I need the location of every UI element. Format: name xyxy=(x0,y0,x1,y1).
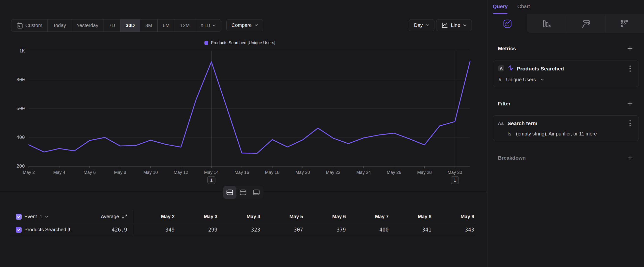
table-header-row: Event 1 Average May 2May 3May 4May 5May … xyxy=(10,210,475,223)
metric-options-button[interactable] xyxy=(627,65,633,72)
filter-card[interactable]: Aa Search term Is (empty string), Air pu… xyxy=(493,115,639,141)
compare-label: Compare xyxy=(232,23,252,28)
event-count: 1 xyxy=(40,214,42,219)
svg-text:May 4: May 4 xyxy=(53,170,65,175)
filter-value: (empty string), Air purifier, or 11 more xyxy=(516,131,597,137)
date-value-cell: 323 xyxy=(218,227,261,233)
metric-letter-badge: A xyxy=(498,65,504,71)
chevron-down-icon[interactable] xyxy=(45,216,48,218)
svg-text:May 20: May 20 xyxy=(296,170,310,175)
granularity-button[interactable]: Day xyxy=(409,19,434,31)
tab-query[interactable]: Query xyxy=(493,4,508,9)
series-row-label: Products Searched [Un... xyxy=(24,227,71,232)
query-sidebar: Query Chart xyxy=(488,0,644,267)
average-header-cell[interactable]: Average xyxy=(71,210,132,223)
date-column-header[interactable]: May 9 xyxy=(432,214,475,219)
chevron-down-icon xyxy=(254,24,258,26)
date-value-cell: 299 xyxy=(175,227,218,233)
aggregation-symbol: # xyxy=(498,77,501,83)
plus-icon xyxy=(627,101,633,106)
layout-chart-only-button[interactable] xyxy=(236,186,250,199)
chart-legend[interactable]: Products Searched [Unique Users] xyxy=(0,40,480,45)
event-cursor-icon xyxy=(507,65,514,72)
table-data-row: Products Searched [Un... 426.9 349299323… xyxy=(10,223,475,236)
plus-icon xyxy=(627,46,633,51)
tab-retention[interactable] xyxy=(605,14,644,33)
chevron-down-icon xyxy=(463,24,467,26)
series-line xyxy=(29,61,470,153)
range-today-button[interactable]: Today xyxy=(48,20,71,32)
metric-card[interactable]: A Products Searched # Unique Users xyxy=(493,61,639,87)
report-type-tabs xyxy=(488,14,644,33)
legend-swatch xyxy=(204,41,208,45)
event-header-cell: Event 1 xyxy=(10,214,71,220)
svg-text:1K: 1K xyxy=(19,48,25,54)
chevron-down-icon xyxy=(426,24,429,26)
chart-type-button[interactable]: Line xyxy=(436,19,472,31)
chevron-down-icon xyxy=(212,24,216,27)
range-30d-button[interactable]: 30D xyxy=(120,20,140,32)
chart-type-label: Line xyxy=(451,23,460,28)
date-column-header[interactable]: May 4 xyxy=(218,214,261,219)
svg-text:May 8: May 8 xyxy=(114,170,126,175)
add-breakdown-button[interactable] xyxy=(627,155,633,161)
filter-operator: Is xyxy=(508,131,512,137)
range-custom-button[interactable]: Custom xyxy=(11,20,48,32)
range-xtd-button[interactable]: XTD xyxy=(195,20,221,32)
date-value-cell: 379 xyxy=(304,227,346,233)
layout-table-only-button[interactable] xyxy=(250,186,263,199)
date-column-header[interactable]: May 2 xyxy=(132,214,175,219)
svg-text:1: 1 xyxy=(210,178,213,183)
svg-text:May 18: May 18 xyxy=(265,170,280,175)
svg-text:May 22: May 22 xyxy=(326,170,340,175)
add-filter-button[interactable] xyxy=(627,101,633,106)
svg-text:600: 600 xyxy=(16,106,25,111)
sort-descending-icon xyxy=(122,214,127,219)
date-value-cell: 343 xyxy=(432,227,475,233)
svg-text:May 30: May 30 xyxy=(448,170,462,175)
tab-chart[interactable]: Chart xyxy=(517,4,530,9)
string-property-icon: Aa xyxy=(498,121,504,126)
range-3m-button[interactable]: 3M xyxy=(140,20,158,32)
date-range-control: CustomTodayYesterday7D30D3M6M12MXTD xyxy=(11,19,222,32)
average-column-label: Average xyxy=(101,214,119,219)
tab-insights[interactable] xyxy=(488,14,527,33)
metric-aggregation[interactable]: # Unique Users xyxy=(498,77,544,83)
svg-text:May 24: May 24 xyxy=(356,170,371,175)
svg-text:1: 1 xyxy=(454,178,456,183)
tab-funnels[interactable] xyxy=(527,14,566,33)
range-6m-button[interactable]: 6M xyxy=(158,20,175,32)
legend-label: Products Searched [Unique Users] xyxy=(211,40,275,45)
event-column-label: Event xyxy=(24,214,37,219)
date-column-header[interactable]: May 5 xyxy=(261,214,304,219)
range-yesterday-button[interactable]: Yesterday xyxy=(71,20,103,32)
date-column-header[interactable]: May 6 xyxy=(304,214,346,219)
insights-icon xyxy=(503,20,512,28)
add-metric-button[interactable] xyxy=(627,46,633,51)
event-row-cell: Products Searched [Un... xyxy=(10,227,71,233)
breakdown-table: Event 1 Average May 2May 3May 4May 5May … xyxy=(10,210,475,236)
date-column-header[interactable]: May 3 xyxy=(175,214,218,219)
insights-report: CustomTodayYesterday7D30D3M6M12MXTD Comp… xyxy=(0,0,644,267)
chart-only-icon xyxy=(240,189,246,195)
compare-button[interactable]: Compare xyxy=(226,19,263,31)
svg-text:May 6: May 6 xyxy=(84,170,96,175)
filter-heading-row: Filter xyxy=(498,101,633,107)
range-12m-button[interactable]: 12M xyxy=(175,20,195,32)
aggregation-label: Unique Users xyxy=(506,77,536,83)
svg-text:May 28: May 28 xyxy=(417,170,432,175)
filter-options-button[interactable] xyxy=(627,120,633,126)
series-checkbox[interactable] xyxy=(16,227,22,233)
date-value-cell: 400 xyxy=(346,227,389,233)
select-all-checkbox[interactable] xyxy=(16,214,22,220)
date-column-header[interactable]: May 8 xyxy=(389,214,432,219)
filter-condition[interactable]: Is (empty string), Air purifier, or 11 m… xyxy=(508,131,597,137)
svg-text:May 14: May 14 xyxy=(204,170,219,175)
layout-split-button[interactable] xyxy=(223,186,236,199)
date-column-header[interactable]: May 7 xyxy=(346,214,389,219)
funnels-icon xyxy=(543,20,550,28)
svg-text:May 16: May 16 xyxy=(235,170,249,175)
range-7d-button[interactable]: 7D xyxy=(104,20,120,32)
tab-flows[interactable] xyxy=(566,14,605,33)
filter-heading: Filter xyxy=(498,101,510,107)
